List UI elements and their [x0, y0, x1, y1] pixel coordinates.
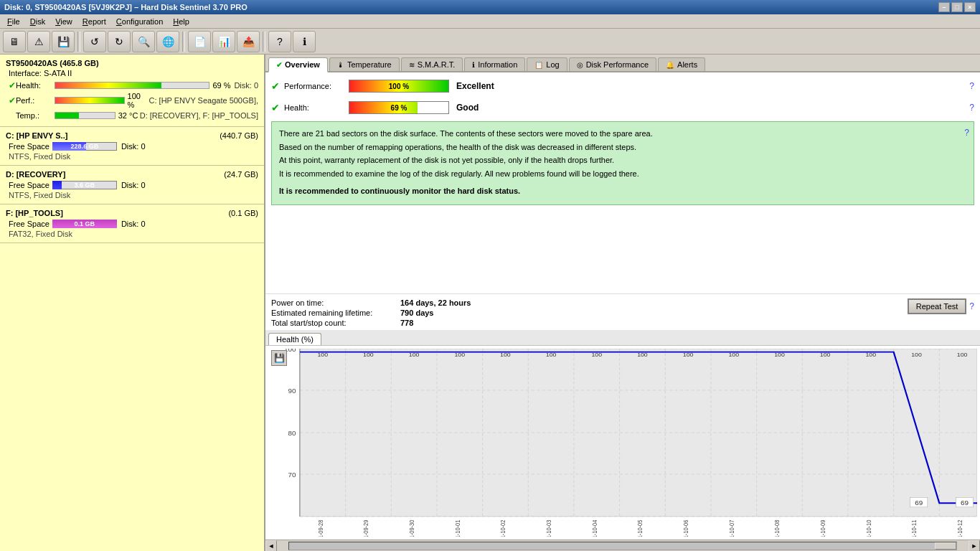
toolbar: 🖥 ⚠ 💾 ↺ ↻ 🔍 🌐 📄 📊 📤 ? ℹ: [0, 29, 980, 55]
toolbar-btn-8[interactable]: 📄: [188, 31, 211, 52]
toolbar-btn-11[interactable]: ?: [268, 31, 291, 52]
drive-f-type: FAT32, Fixed Disk: [6, 230, 258, 238]
performance-ok-icon: ✔: [271, 80, 280, 92]
menu-report[interactable]: Report: [78, 16, 110, 27]
svg-text:100: 100: [728, 352, 739, 358]
toolbar-btn-4[interactable]: ↺: [83, 31, 106, 52]
drive-c-section[interactable]: C: [HP ENVY S..] (440.7 GB) Free Space 2…: [0, 127, 264, 166]
tab-alerts-icon: 🔔: [666, 61, 674, 69]
perf-value: 100 %: [128, 92, 149, 109]
svg-text:100: 100: [454, 352, 465, 358]
svg-text:2011-10-03: 2011-10-03: [546, 519, 553, 537]
tab-information[interactable]: ℹ Information: [464, 57, 525, 71]
health-bar: [55, 83, 161, 88]
drive-d-freespace-row: Free Space 3.6 GB Disk: 0: [6, 181, 258, 189]
info-help-icon[interactable]: ?: [964, 126, 969, 139]
chart-tab-health[interactable]: Health (%): [268, 333, 321, 345]
menu-file[interactable]: File: [3, 16, 24, 27]
lifetime-row: Estimated remaining lifetime: 790 days: [271, 309, 471, 317]
svg-text:100: 100: [774, 352, 785, 358]
svg-text:2011-10-02: 2011-10-02: [500, 519, 507, 537]
performance-bar-text: 100 %: [349, 80, 448, 93]
toolbar-sep-1: [77, 32, 80, 52]
drive-f-section[interactable]: F: [HP_TOOLS] (0.1 GB) Free Space 0.1 GB…: [0, 204, 264, 243]
tab-temperature[interactable]: 🌡 Temperature: [329, 57, 400, 71]
drive-c-disk-label: Disk: 0: [121, 142, 146, 151]
info-box: There are 21 bad sectors on the disk sur…: [271, 121, 974, 205]
chart-save-button[interactable]: 💾: [271, 350, 287, 366]
svg-text:2011-10-12: 2011-10-12: [957, 519, 964, 537]
health-bar: 69 %: [349, 101, 449, 114]
tab-disk-performance[interactable]: ◎ Disk Performance: [569, 57, 656, 71]
minimize-button[interactable]: –: [938, 2, 950, 12]
health-metric-row: ✔ Health: 69 % Good ?: [271, 100, 974, 116]
menu-help[interactable]: Help: [169, 16, 194, 27]
tab-alerts[interactable]: 🔔 Alerts: [658, 57, 705, 71]
svg-text:2011-09-29: 2011-09-29: [363, 519, 370, 537]
info-line-1: There are 21 bad sectors on the disk sur…: [279, 128, 966, 140]
maximize-button[interactable]: □: [951, 2, 963, 12]
svg-text:2011-10-05: 2011-10-05: [637, 519, 644, 537]
svg-text:100: 100: [820, 352, 831, 358]
drive-c-title: C: [HP ENVY S..]: [6, 131, 67, 140]
health-value: 69 %: [212, 81, 234, 90]
repeat-help-icon[interactable]: ?: [969, 301, 974, 311]
svg-text:80: 80: [288, 430, 296, 436]
temp-value: 32 °C: [118, 111, 140, 120]
tab-overview-icon: ✔: [276, 61, 282, 69]
temp-bar-container: [55, 112, 116, 119]
title-bar: Disk: 0, ST9500420AS [5VJ9K2PJ] – Hard D…: [0, 0, 980, 14]
info-line-5: It is recommended to continuously monito…: [279, 185, 966, 197]
toolbar-btn-7[interactable]: 🌐: [156, 31, 179, 52]
tab-temperature-icon: 🌡: [337, 61, 344, 69]
drive-d-section[interactable]: D: [RECOVERY] (24.7 GB) Free Space 3.6 G…: [0, 166, 264, 204]
tab-smart[interactable]: ≋ S.M.A.R.T.: [401, 57, 463, 71]
menu-configuration[interactable]: Configuration: [112, 16, 167, 27]
toolbar-btn-9[interactable]: 📊: [212, 31, 235, 52]
scrollbar-right-arrow[interactable]: ►: [969, 540, 980, 552]
scrollbar-thumb[interactable]: [935, 542, 956, 550]
startstop-label: Total start/stop count:: [271, 319, 400, 327]
toolbar-btn-5[interactable]: ↻: [108, 31, 131, 52]
left-panel: ST9500420AS (465.8 GB) Interface: S-ATA …: [0, 55, 265, 551]
lifetime-value: 790 days: [400, 309, 433, 317]
scrollbar-track[interactable]: [288, 542, 957, 550]
health-chart-svg: 100 90 80 70 100 100 100 100 100 100 100…: [268, 349, 977, 537]
menu-disk[interactable]: Disk: [26, 16, 50, 27]
tab-temperature-label: Temperature: [347, 60, 392, 69]
temp-extra: D: [RECOVERY], F: [HP_TOOLS]: [140, 111, 258, 120]
repeat-test-button[interactable]: Repeat Test: [908, 298, 967, 314]
perf-bar-container: [55, 97, 125, 104]
health-help-icon[interactable]: ?: [969, 103, 974, 113]
toolbar-btn-6[interactable]: 🔍: [132, 31, 155, 52]
health-rating: Good: [456, 103, 479, 113]
toolbar-btn-2[interactable]: ⚠: [27, 31, 50, 52]
chart-area: Health (%) 💾: [265, 330, 980, 540]
drive-d-size: (24.7 GB): [224, 170, 258, 179]
drive-d-bar-container: 3.6 GB: [52, 181, 117, 189]
svg-text:2011-10-11: 2011-10-11: [911, 519, 918, 537]
svg-text:90: 90: [288, 387, 296, 394]
drive-f-free-label: Free Space: [9, 220, 50, 228]
svg-text:2011-09-30: 2011-09-30: [409, 519, 416, 537]
toolbar-sep-3: [263, 32, 265, 52]
svg-text:100: 100: [911, 352, 922, 358]
close-button[interactable]: ×: [964, 2, 976, 12]
drive-c-freespace-row: Free Space 228.6 GB Disk: 0: [6, 142, 258, 151]
toolbar-btn-3[interactable]: 💾: [52, 31, 75, 52]
toolbar-btn-12[interactable]: ℹ: [293, 31, 316, 52]
svg-text:100: 100: [500, 352, 511, 358]
tab-overview[interactable]: ✔ Overview: [268, 57, 328, 72]
repeat-test-area: Repeat Test ?: [908, 298, 974, 314]
info-line-3: At this point, warranty replacement of t…: [279, 154, 966, 166]
svg-text:2011-10-10: 2011-10-10: [865, 519, 872, 537]
menu-view[interactable]: View: [51, 16, 77, 27]
perf-row: ✔ Perf.: 100 % C: [HP ENVY Seagate 500GB…: [6, 92, 258, 109]
toolbar-btn-10[interactable]: 📤: [237, 31, 260, 52]
info-line-2: Based on the number of remapping operati…: [279, 141, 966, 154]
scrollbar-left-arrow[interactable]: ◄: [265, 540, 277, 552]
drive-c-free-label: Free Space: [9, 142, 50, 151]
performance-help-icon[interactable]: ?: [969, 81, 974, 91]
tab-log[interactable]: 📋 Log: [527, 57, 567, 71]
toolbar-btn-1[interactable]: 🖥: [3, 31, 26, 52]
